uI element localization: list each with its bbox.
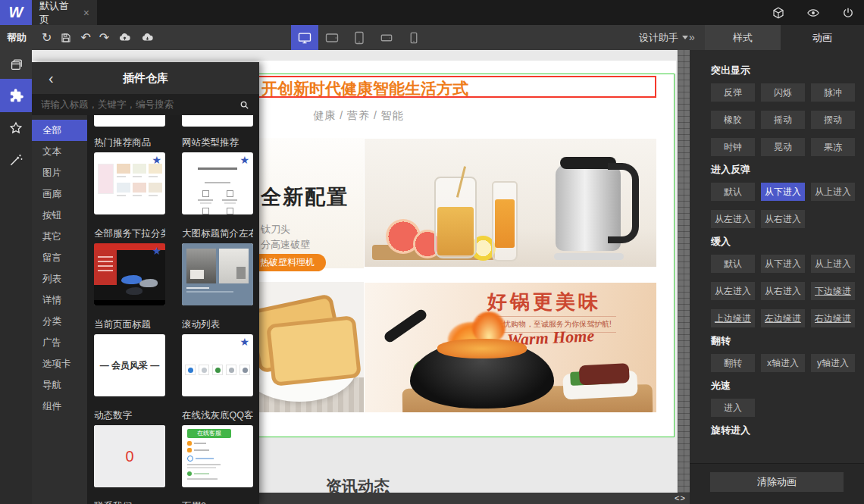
anim-button[interactable]: x轴进入 [761, 354, 805, 372]
anim-button[interactable]: 从上进入 [811, 255, 855, 273]
anim-button[interactable]: 从上进入 [811, 183, 855, 201]
kettle-image[interactable] [365, 139, 656, 267]
anim-button[interactable]: 脉冲 [811, 83, 855, 102]
plugin-item[interactable]: 全部服务下拉分类带... ★ [94, 227, 165, 305]
anim-button[interactable]: 翻转 [711, 354, 755, 372]
back-chevron-icon[interactable]: ‹ [49, 70, 54, 86]
anim-button[interactable]: 上边缘进 [711, 309, 755, 327]
category-item[interactable]: 按钮 [32, 205, 87, 226]
plugin-item[interactable]: 在线浅灰底QQ客服 在线客服 [182, 409, 253, 487]
category-item[interactable]: 图片 [32, 162, 87, 183]
category-item[interactable]: 文本 [32, 141, 87, 162]
design-assistant-dropdown[interactable]: 设计助手 [639, 25, 688, 50]
canvas-scrollbar[interactable] [678, 50, 690, 493]
anim-button[interactable]: 下边缘进 [811, 282, 855, 300]
category-item[interactable]: 列表 [32, 268, 87, 290]
anim-button[interactable]: 从左进入 [711, 210, 755, 228]
plugin-item[interactable]: 热门推荐商品 ★ [94, 136, 165, 214]
category-item[interactable]: 组件 [32, 396, 87, 417]
plugin-item[interactable]: 大图标题简介左右切... [182, 227, 253, 305]
plugin-thumbnail-rooms[interactable] [182, 243, 253, 305]
sidebar-item-pages[interactable] [0, 50, 32, 79]
category-item[interactable]: 导航 [32, 374, 87, 396]
anim-button[interactable]: 左边缘进 [761, 309, 805, 327]
anim-button[interactable]: 闪烁 [761, 83, 805, 102]
anim-button[interactable]: 果冻 [811, 138, 855, 156]
plugin-item[interactable]: 页眉2 [182, 500, 253, 504]
redo-icon[interactable]: ↷ [99, 32, 109, 44]
category-item[interactable]: 全部 [32, 120, 87, 141]
anim-button[interactable]: 从左进入 [711, 282, 755, 300]
anim-button[interactable]: 从右进入 [761, 282, 805, 300]
clear-animation-button[interactable]: 清除动画 [710, 472, 844, 492]
page-subtitle[interactable]: 健康 / 营养 / 智能 [283, 109, 434, 123]
plugin-item[interactable]: 网站类型推荐 ★ [182, 136, 253, 214]
page-tab[interactable]: 默认首页 × [32, 0, 97, 25]
search-icon[interactable] [229, 99, 259, 111]
help-button[interactable]: 帮助 [7, 25, 27, 50]
plugin-item[interactable]: 滚动列表★ [182, 318, 253, 396]
category-item[interactable]: 广告 [32, 332, 87, 353]
save-icon[interactable] [60, 32, 72, 44]
device-tablet-landscape[interactable] [318, 25, 346, 50]
anim-button[interactable]: 摇动 [761, 111, 805, 129]
tab-animation[interactable]: 动画 [781, 25, 864, 50]
plugin-thumbnail-products[interactable]: ★ [94, 152, 165, 214]
anim-button[interactable]: 从下进入 [761, 255, 805, 273]
plugin-item[interactable]: 当前页面标题— 会员风采 — [94, 318, 165, 396]
preview-eye-icon[interactable] [806, 6, 821, 20]
anim-button[interactable]: y轴进入 [811, 354, 855, 372]
undo-icon[interactable]: ↶ [80, 32, 90, 44]
anim-button[interactable]: 反弹 [711, 83, 755, 102]
refresh-icon[interactable]: ↻ [42, 32, 52, 44]
category-item[interactable]: 分类 [32, 311, 87, 332]
cloud-upload-icon[interactable] [117, 31, 132, 44]
chevron-down-icon [682, 36, 688, 39]
sidebar-item-wand[interactable] [0, 144, 32, 176]
device-phone-landscape[interactable] [373, 25, 400, 50]
tab-close-icon[interactable]: × [83, 7, 89, 19]
plugin-item[interactable]: 动态数字0 [94, 409, 165, 487]
category-item[interactable]: 留言 [32, 247, 87, 268]
search-input[interactable] [32, 99, 229, 110]
category-item[interactable]: 画廊 [32, 183, 87, 205]
device-tablet-portrait[interactable] [346, 25, 373, 50]
anim-button[interactable]: 进入 [711, 399, 755, 417]
sidebar-item-plugins[interactable] [0, 79, 32, 112]
device-phone-portrait[interactable] [400, 25, 427, 50]
plugin-thumbnail-shoes[interactable]: ★ [94, 243, 165, 305]
publish-cube-icon[interactable] [772, 6, 785, 20]
plugin-thumbnail-qq[interactable]: 在线客服 [182, 425, 253, 487]
code-view-toggle[interactable]: <> [675, 493, 686, 504]
anim-button[interactable]: 橡胶 [711, 111, 755, 129]
anim-button[interactable]: 晃动 [761, 138, 805, 156]
anim-button[interactable]: 从下进入 [761, 183, 805, 201]
animation-panel-footer: 清除动画 [690, 463, 864, 504]
category-item[interactable]: 详情 [32, 290, 87, 311]
banner1-button[interactable]: 热破壁料理机 [249, 254, 326, 271]
anim-button[interactable]: 默认 [711, 255, 755, 273]
anim-button[interactable]: 默认 [711, 183, 755, 201]
app-logo[interactable]: W [0, 0, 32, 25]
category-item[interactable]: 选项卡 [32, 353, 87, 374]
device-desktop[interactable] [291, 25, 318, 50]
anim-button[interactable]: 右边缘进 [811, 309, 855, 327]
wok-banner-image[interactable]: 好锅更美味 无忧购物，至诚服务为你保驾护航! Warm Home [365, 283, 656, 412]
sidebar-item-favorites[interactable] [0, 112, 32, 144]
anim-button[interactable]: 时钟 [711, 138, 755, 156]
plugin-card-partial[interactable] [94, 115, 165, 127]
plugin-thumbnail-logos[interactable]: ★ [182, 334, 253, 396]
cloud-download-icon[interactable] [140, 31, 155, 44]
tab-style[interactable]: 样式 [705, 25, 781, 50]
anim-button[interactable]: 摆动 [811, 111, 855, 129]
plugin-thumbnail-titletext[interactable]: — 会员风采 — [94, 334, 165, 396]
page-title: 开创新时代健康智能生活方式 [261, 78, 468, 99]
power-icon[interactable] [841, 6, 855, 20]
collapse-chevrons[interactable]: » [689, 25, 695, 50]
anim-button[interactable]: 从右进入 [761, 210, 805, 228]
plugin-card-partial[interactable] [182, 115, 253, 127]
category-item[interactable]: 其它 [32, 226, 87, 247]
plugin-thumbnail-number[interactable]: 0 [94, 425, 165, 487]
plugin-item[interactable]: 联系我们 [94, 500, 165, 504]
plugin-thumbnail-services[interactable]: ★ [182, 152, 253, 214]
